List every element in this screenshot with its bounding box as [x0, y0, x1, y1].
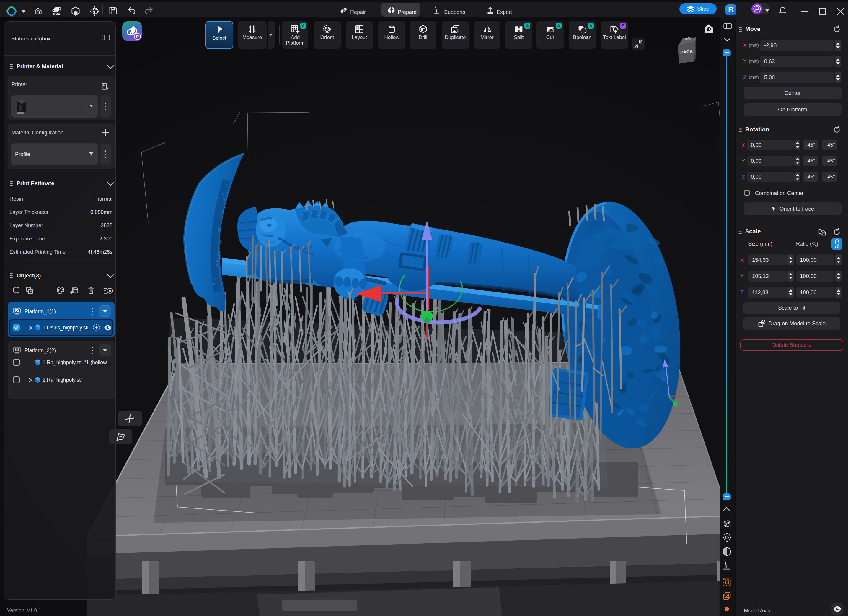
svg-text:BACK: BACK — [680, 49, 693, 55]
svg-text:P: P — [136, 34, 139, 39]
svg-text:RMA: RMA — [53, 13, 60, 16]
svg-text:TOP: TOP — [685, 37, 692, 42]
